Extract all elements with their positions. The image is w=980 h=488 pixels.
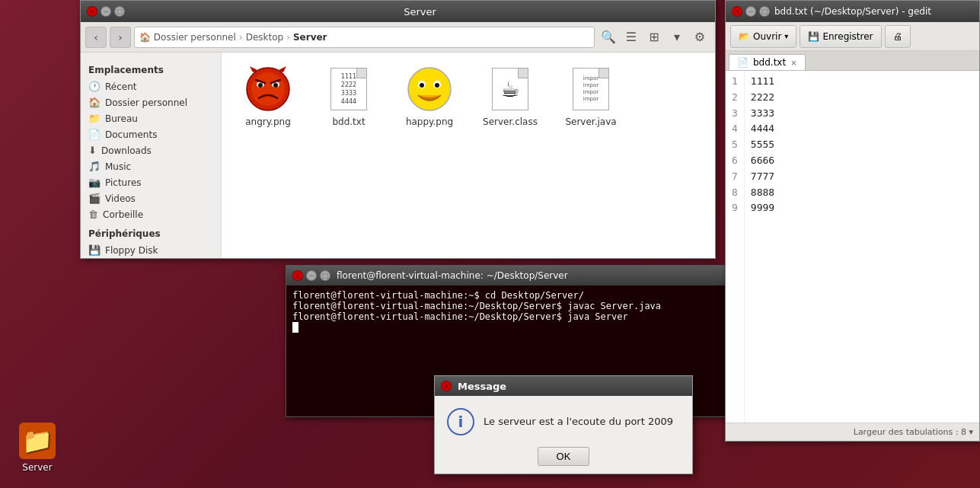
forward-button[interactable]: ›	[110, 27, 131, 48]
breadcrumb-sep-1: ›	[239, 32, 243, 43]
sidebar-item-home[interactable]: 🏠 Dossier personnel	[81, 94, 221, 110]
sort-button[interactable]: ▾	[666, 27, 688, 48]
sidebar: Emplacements 🕐 Récent 🏠 Dossier personne…	[81, 53, 222, 258]
message-dialog: × Message i Le serveur est a l'ecoute du…	[434, 375, 693, 474]
line-num-3: 3	[732, 106, 738, 122]
tab-close-button[interactable]: ×	[790, 59, 796, 67]
line-num-4: 4	[732, 121, 738, 137]
terminal-min-button[interactable]: −	[306, 270, 317, 281]
gedit-line-numbers: 1 2 3 4 5 6 7 8 9	[726, 71, 745, 423]
titlebar-buttons: × − □	[87, 6, 125, 17]
minimize-button[interactable]: −	[101, 6, 111, 17]
close-button[interactable]: ×	[87, 6, 97, 17]
clock-icon: 🕐	[88, 81, 101, 92]
gedit-line-6: 6666	[751, 153, 973, 169]
gedit-line-1: 1111	[751, 74, 973, 90]
gedit-title: bdd.txt (~/Desktop/Server) - gedit	[774, 6, 931, 17]
angry-file-label: angry.png	[245, 116, 291, 127]
dialog-ok-button[interactable]: OK	[538, 447, 590, 466]
sidebar-label-floppy: Floppy Disk	[105, 245, 158, 256]
gedit-min-button[interactable]: −	[745, 6, 756, 17]
sidebar-item-floppy[interactable]: 💾 Floppy Disk	[81, 242, 221, 258]
class-file-icon: ☕	[486, 65, 535, 113]
file-item-server-class[interactable]: ☕ Server.class	[476, 65, 544, 127]
gedit-line-2: 2222	[751, 90, 973, 106]
terminal-close-button[interactable]: ×	[292, 270, 303, 281]
server-folder-icon: 📁	[19, 423, 56, 459]
gedit-close-button[interactable]: ×	[732, 6, 742, 17]
gedit-content: 1 2 3 4 5 6 7 8 9 1111 2222 3333 4444 55…	[726, 71, 979, 423]
settings-button[interactable]: ⚙	[689, 27, 710, 48]
maximize-button[interactable]: □	[114, 6, 125, 17]
gedit-print-button[interactable]: 🖨	[885, 25, 911, 48]
desktop-server-icon[interactable]: 📁 Server	[19, 423, 56, 473]
bdd-file-label: bdd.txt	[332, 116, 365, 127]
angry-face-svg	[245, 66, 291, 112]
floppy-icon: 💾	[88, 244, 101, 256]
tab-label: bdd.txt	[753, 57, 786, 68]
desktop: × − □ Server ‹ › 🏠 Dossier personnel › D…	[0, 0, 980, 488]
dialog-close-button[interactable]: ×	[441, 381, 452, 391]
sidebar-item-documents[interactable]: 📄 Documents	[81, 126, 221, 142]
sidebar-label-downloads: Downloads	[101, 145, 152, 156]
gedit-tab-bar: 📄 bdd.txt ×	[726, 51, 979, 71]
window-title: Server	[131, 6, 709, 18]
happy-file-label: happy.png	[406, 116, 453, 127]
back-button[interactable]: ‹	[85, 27, 107, 48]
line-num-7: 7	[732, 169, 738, 185]
svg-point-1	[251, 72, 285, 106]
sidebar-item-trash[interactable]: 🗑 Corbeille	[81, 206, 221, 222]
line-num-5: 5	[732, 137, 738, 153]
gedit-tab-bdd[interactable]: 📄 bdd.txt ×	[729, 54, 806, 70]
file-manager-window: × − □ Server ‹ › 🏠 Dossier personnel › D…	[80, 0, 716, 259]
breadcrumb-home[interactable]: 🏠 Dossier personnel	[139, 32, 236, 43]
gedit-titlebar: × − □ bdd.txt (~/Desktop/Server) - gedit	[726, 1, 979, 22]
file-content-area: Emplacements 🕐 Récent 🏠 Dossier personne…	[81, 53, 715, 258]
svg-point-12	[420, 83, 424, 88]
bdd-file-icon: 1111222233334444	[324, 65, 373, 113]
file-item-angry[interactable]: angry.png	[234, 65, 302, 127]
svg-point-5	[273, 83, 278, 88]
terminal-max-button[interactable]: □	[320, 270, 330, 281]
sidebar-item-pictures[interactable]: 📷 Pictures	[81, 174, 221, 190]
sidebar-label-videos: Videos	[105, 193, 136, 204]
search-button[interactable]: 🔍	[598, 27, 619, 48]
grid-view-button[interactable]: ⊞	[643, 27, 665, 48]
home-icon: 🏠	[88, 97, 101, 108]
gedit-titlebar-buttons: × − □	[732, 6, 770, 17]
gedit-save-button[interactable]: 💾 Enregistrer	[800, 25, 881, 48]
happy-file-icon	[405, 65, 454, 113]
sidebar-item-music[interactable]: 🎵 Music	[81, 158, 221, 174]
sidebar-label-documents: Documents	[105, 129, 157, 140]
breadcrumb-sep-2: ›	[286, 32, 290, 43]
breadcrumb-server[interactable]: Server	[293, 32, 327, 43]
folder-open-icon: 📂	[739, 31, 750, 42]
pictures-icon: 📷	[88, 177, 101, 188]
file-toolbar: ‹ › 🏠 Dossier personnel › Desktop › Serv…	[81, 22, 715, 53]
breadcrumb-desktop[interactable]: Desktop	[246, 32, 284, 43]
terminal-cursor	[292, 322, 298, 333]
file-item-bdd[interactable]: 1111222233334444 bdd.txt	[314, 65, 383, 127]
dialog-body: i Le serveur est a l'ecoute du port 2009	[435, 396, 692, 447]
sidebar-item-recent[interactable]: 🕐 Récent	[81, 78, 221, 94]
gedit-toolbar: 📂 Ouvrir ▾ 💾 Enregistrer 🖨	[726, 22, 979, 51]
file-item-server-java[interactable]: imporimporimporimpor Server.java	[557, 65, 625, 127]
gedit-max-button[interactable]: □	[759, 6, 770, 17]
open-dropdown-icon: ▾	[784, 32, 788, 40]
gedit-text-area[interactable]: 1111 2222 3333 4444 5555 6666 7777 8888 …	[745, 71, 979, 423]
breadcrumb: 🏠 Dossier personnel › Desktop › Server	[134, 27, 595, 48]
desktop-icon-label: Server	[22, 462, 52, 473]
sidebar-section-devices: Périphériques	[81, 225, 221, 242]
line-num-9: 9	[732, 200, 738, 216]
svg-point-3	[258, 83, 263, 88]
terminal-titlebar-buttons: × − □	[292, 270, 330, 281]
gedit-line-5: 5555	[751, 137, 973, 153]
folder-icon: 📁	[88, 113, 101, 124]
file-item-happy[interactable]: happy.png	[395, 65, 464, 127]
sidebar-item-downloads[interactable]: ⬇ Downloads	[81, 142, 221, 158]
gedit-open-button[interactable]: 📂 Ouvrir ▾	[730, 25, 796, 48]
sidebar-item-videos[interactable]: 🎬 Videos	[81, 190, 221, 206]
txt-icon-shape: 1111222233334444	[330, 68, 367, 110]
list-view-button[interactable]: ☰	[621, 27, 642, 48]
sidebar-item-bureau[interactable]: 📁 Bureau	[81, 110, 221, 126]
